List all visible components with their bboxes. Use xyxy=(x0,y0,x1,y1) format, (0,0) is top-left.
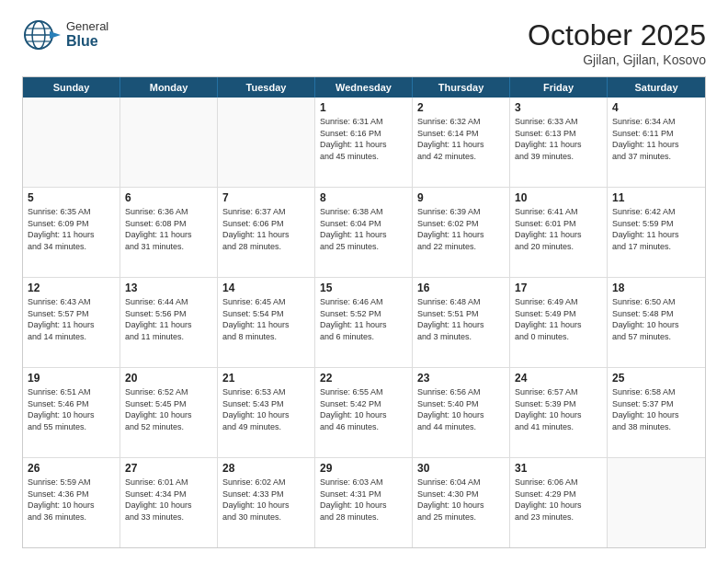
day-info: Sunrise: 6:46 AM Sunset: 5:52 PM Dayligh… xyxy=(320,296,407,342)
day-info: Sunrise: 6:06 AM Sunset: 4:29 PM Dayligh… xyxy=(515,477,602,523)
day-info: Sunrise: 6:56 AM Sunset: 5:40 PM Dayligh… xyxy=(417,386,505,432)
day-of-week-header: Thursday xyxy=(413,77,510,98)
logo-blue-label: Blue xyxy=(66,33,108,50)
calendar-day-cell: 4Sunrise: 6:34 AM Sunset: 6:11 PM Daylig… xyxy=(608,98,705,187)
calendar-week-row: 12Sunrise: 6:43 AM Sunset: 5:57 PM Dayli… xyxy=(23,277,705,367)
day-number: 29 xyxy=(320,462,407,475)
day-info: Sunrise: 6:03 AM Sunset: 4:31 PM Dayligh… xyxy=(320,477,407,523)
day-number: 13 xyxy=(125,282,212,294)
calendar-day-cell: 10Sunrise: 6:41 AM Sunset: 6:01 PM Dayli… xyxy=(510,188,608,277)
day-info: Sunrise: 6:53 AM Sunset: 5:43 PM Dayligh… xyxy=(222,386,310,432)
day-number: 11 xyxy=(612,191,700,204)
day-of-week-header: Friday xyxy=(510,77,608,98)
day-info: Sunrise: 6:55 AM Sunset: 5:42 PM Dayligh… xyxy=(320,386,407,432)
calendar-day-cell: 13Sunrise: 6:44 AM Sunset: 5:56 PM Dayli… xyxy=(120,278,218,367)
day-number: 1 xyxy=(320,101,407,114)
day-info: Sunrise: 6:52 AM Sunset: 5:45 PM Dayligh… xyxy=(125,386,212,432)
day-of-week-header: Saturday xyxy=(608,77,705,98)
calendar-day-cell: 28Sunrise: 6:02 AM Sunset: 4:33 PM Dayli… xyxy=(218,458,315,547)
calendar-day-cell: 2Sunrise: 6:32 AM Sunset: 6:14 PM Daylig… xyxy=(413,98,510,187)
day-number: 15 xyxy=(320,282,407,294)
calendar-day-cell: 7Sunrise: 6:37 AM Sunset: 6:06 PM Daylig… xyxy=(218,188,315,277)
day-number: 19 xyxy=(28,372,115,385)
day-info: Sunrise: 6:02 AM Sunset: 4:33 PM Dayligh… xyxy=(222,477,310,523)
calendar-day-cell: 16Sunrise: 6:48 AM Sunset: 5:51 PM Dayli… xyxy=(413,278,510,367)
calendar-location: Gjilan, Gjilan, Kosovo xyxy=(528,52,706,67)
day-info: Sunrise: 6:57 AM Sunset: 5:39 PM Dayligh… xyxy=(515,386,602,432)
day-info: Sunrise: 6:33 AM Sunset: 6:13 PM Dayligh… xyxy=(515,116,602,162)
day-info: Sunrise: 6:34 AM Sunset: 6:11 PM Dayligh… xyxy=(612,116,700,162)
day-number: 9 xyxy=(417,191,505,204)
day-number: 21 xyxy=(222,372,310,385)
day-number: 30 xyxy=(417,462,505,475)
calendar-day-cell: 29Sunrise: 6:03 AM Sunset: 4:31 PM Dayli… xyxy=(315,458,413,547)
day-number: 8 xyxy=(320,191,407,204)
svg-marker-5 xyxy=(50,31,61,39)
calendar-day-cell: 3Sunrise: 6:33 AM Sunset: 6:13 PM Daylig… xyxy=(510,98,608,187)
day-number: 27 xyxy=(125,462,212,475)
calendar-day-cell: 8Sunrise: 6:38 AM Sunset: 6:04 PM Daylig… xyxy=(315,188,413,277)
day-info: Sunrise: 6:31 AM Sunset: 6:16 PM Dayligh… xyxy=(320,116,407,162)
empty-cell xyxy=(23,98,120,187)
day-info: Sunrise: 6:04 AM Sunset: 4:30 PM Dayligh… xyxy=(417,477,505,523)
calendar-week-row: 26Sunrise: 5:59 AM Sunset: 4:36 PM Dayli… xyxy=(23,457,705,547)
day-number: 14 xyxy=(222,282,310,294)
day-info: Sunrise: 6:32 AM Sunset: 6:14 PM Dayligh… xyxy=(417,116,505,162)
day-of-week-header: Monday xyxy=(120,77,218,98)
day-number: 20 xyxy=(125,372,212,385)
day-info: Sunrise: 6:58 AM Sunset: 5:37 PM Dayligh… xyxy=(612,386,700,432)
day-number: 12 xyxy=(28,282,115,294)
logo: General Blue xyxy=(22,18,108,52)
calendar-day-cell: 27Sunrise: 6:01 AM Sunset: 4:34 PM Dayli… xyxy=(120,458,218,547)
empty-cell xyxy=(120,98,218,187)
calendar-title: October 2025 xyxy=(528,18,706,52)
calendar-week-row: 1Sunrise: 6:31 AM Sunset: 6:16 PM Daylig… xyxy=(23,98,705,187)
calendar: SundayMondayTuesdayWednesdayThursdayFrid… xyxy=(22,76,706,548)
day-number: 6 xyxy=(125,191,212,204)
calendar-day-cell: 1Sunrise: 6:31 AM Sunset: 6:16 PM Daylig… xyxy=(315,98,413,187)
day-number: 10 xyxy=(515,191,602,204)
day-info: Sunrise: 6:41 AM Sunset: 6:01 PM Dayligh… xyxy=(515,206,602,252)
calendar-body: 1Sunrise: 6:31 AM Sunset: 6:16 PM Daylig… xyxy=(23,98,705,547)
calendar-day-cell: 30Sunrise: 6:04 AM Sunset: 4:30 PM Dayli… xyxy=(413,458,510,547)
calendar-day-cell: 31Sunrise: 6:06 AM Sunset: 4:29 PM Dayli… xyxy=(510,458,608,547)
day-info: Sunrise: 6:38 AM Sunset: 6:04 PM Dayligh… xyxy=(320,206,407,252)
calendar-day-cell: 6Sunrise: 6:36 AM Sunset: 6:08 PM Daylig… xyxy=(120,188,218,277)
day-info: Sunrise: 6:35 AM Sunset: 6:09 PM Dayligh… xyxy=(28,206,115,252)
calendar-week-row: 5Sunrise: 6:35 AM Sunset: 6:09 PM Daylig… xyxy=(23,187,705,277)
logo-icon xyxy=(22,18,63,52)
calendar-day-cell: 17Sunrise: 6:49 AM Sunset: 5:49 PM Dayli… xyxy=(510,278,608,367)
calendar-header: SundayMondayTuesdayWednesdayThursdayFrid… xyxy=(23,77,705,98)
calendar-day-cell: 12Sunrise: 6:43 AM Sunset: 5:57 PM Dayli… xyxy=(23,278,120,367)
calendar-day-cell: 9Sunrise: 6:39 AM Sunset: 6:02 PM Daylig… xyxy=(413,188,510,277)
day-of-week-header: Wednesday xyxy=(315,77,413,98)
calendar-week-row: 19Sunrise: 6:51 AM Sunset: 5:46 PM Dayli… xyxy=(23,367,705,457)
title-block: October 2025 Gjilan, Gjilan, Kosovo xyxy=(528,18,706,67)
calendar-day-cell: 24Sunrise: 6:57 AM Sunset: 5:39 PM Dayli… xyxy=(510,368,608,457)
logo-general-label: General xyxy=(66,20,108,33)
day-number: 26 xyxy=(28,462,115,475)
day-number: 3 xyxy=(515,101,602,114)
logo-text: General Blue xyxy=(66,20,108,50)
day-info: Sunrise: 5:59 AM Sunset: 4:36 PM Dayligh… xyxy=(28,477,115,523)
day-number: 2 xyxy=(417,101,505,114)
day-info: Sunrise: 6:42 AM Sunset: 5:59 PM Dayligh… xyxy=(612,206,700,252)
day-of-week-header: Tuesday xyxy=(218,77,315,98)
calendar-day-cell: 22Sunrise: 6:55 AM Sunset: 5:42 PM Dayli… xyxy=(315,368,413,457)
day-number: 4 xyxy=(612,101,700,114)
day-info: Sunrise: 6:01 AM Sunset: 4:34 PM Dayligh… xyxy=(125,477,212,523)
day-info: Sunrise: 6:48 AM Sunset: 5:51 PM Dayligh… xyxy=(417,296,505,342)
day-number: 7 xyxy=(222,191,310,204)
day-number: 16 xyxy=(417,282,505,294)
empty-cell xyxy=(218,98,315,187)
calendar-day-cell: 18Sunrise: 6:50 AM Sunset: 5:48 PM Dayli… xyxy=(608,278,705,367)
empty-cell xyxy=(608,458,705,547)
day-number: 22 xyxy=(320,372,407,385)
day-number: 28 xyxy=(222,462,310,475)
day-info: Sunrise: 6:43 AM Sunset: 5:57 PM Dayligh… xyxy=(28,296,115,342)
day-number: 24 xyxy=(515,372,602,385)
day-number: 17 xyxy=(515,282,602,294)
day-number: 23 xyxy=(417,372,505,385)
calendar-day-cell: 19Sunrise: 6:51 AM Sunset: 5:46 PM Dayli… xyxy=(23,368,120,457)
day-of-week-header: Sunday xyxy=(23,77,120,98)
